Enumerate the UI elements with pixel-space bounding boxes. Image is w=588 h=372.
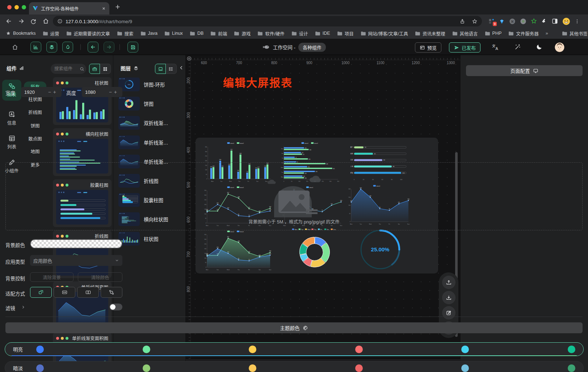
redo-button[interactable]	[104, 42, 114, 53]
new-tab-button[interactable]	[114, 4, 121, 10]
extension-blocks-icon[interactable]: 9	[488, 18, 495, 24]
tab-close-icon[interactable]	[102, 7, 106, 11]
component-card[interactable]: 柱状图	[53, 77, 112, 125]
bookmark-item[interactable]: 设计	[291, 30, 308, 37]
share-icon[interactable]	[459, 18, 465, 24]
browser-tab[interactable]: 工作空间-各种组件	[29, 2, 109, 14]
extension-circle-icon[interactable]	[520, 18, 526, 25]
site-info-icon[interactable]	[57, 18, 63, 24]
stepper-buttons[interactable]: −+	[48, 89, 58, 95]
magic-wand-icon[interactable]	[514, 43, 521, 50]
filter-toggle[interactable]	[109, 304, 122, 310]
bookmark-item[interactable]: 近期需要读的文章	[66, 30, 110, 37]
bookmark-item[interactable]: 游戏	[234, 30, 251, 37]
clear-background-button[interactable]: 清除背景	[30, 272, 74, 282]
extension-star-icon[interactable]	[531, 18, 537, 24]
bookmark-item[interactable]: DB	[190, 30, 203, 37]
edit-button[interactable]	[442, 306, 455, 319]
bookmark-item[interactable]: 软件/硬件	[257, 30, 284, 37]
app-type-select[interactable]: 应用颜色	[30, 255, 122, 266]
bookmark-item[interactable]: Linux	[164, 30, 183, 37]
extensions-puzzle-icon[interactable]	[541, 18, 547, 24]
double-area-line-chart-widget[interactable]: data2data1050100150200250300350MonTueWed…	[201, 229, 273, 272]
component-search[interactable]	[51, 64, 86, 74]
window-minimize-button[interactable]	[14, 5, 19, 9]
window-zoom-button[interactable]	[22, 5, 26, 9]
layer-item[interactable]: 双折线渐…	[118, 116, 168, 130]
filter-module-button[interactable]	[62, 42, 73, 53]
list-view-toggle[interactable]	[166, 64, 177, 74]
pie-donut-chart-widget[interactable]: MonTueWedThuFriSatSun	[280, 227, 350, 272]
other-bookmarks[interactable]: 其他书签	[562, 30, 588, 37]
undo-button[interactable]	[88, 42, 98, 53]
chevron-right-icon[interactable]	[21, 305, 25, 309]
user-avatar[interactable]	[555, 42, 564, 52]
bookmark-item[interactable]: 运营	[43, 30, 59, 37]
single-view-toggle[interactable]	[89, 64, 100, 74]
reload-icon[interactable]	[28, 16, 38, 26]
eye-icon[interactable]	[186, 56, 192, 61]
upload-button[interactable]	[442, 276, 455, 289]
forward-icon[interactable]	[16, 16, 26, 26]
stepper-buttons[interactable]: −+	[109, 89, 119, 95]
fit-width-button[interactable]	[54, 287, 75, 298]
bookmark-item[interactable]: 项目	[337, 30, 354, 37]
bookmark-item[interactable]: 网站/博客/文章/工具	[361, 30, 408, 37]
background-color-swatch[interactable]	[30, 239, 122, 248]
back-icon[interactable]	[4, 16, 14, 26]
category-6[interactable]: 地图	[24, 148, 46, 155]
bookmarks-root[interactable]: Bookmarks	[6, 31, 36, 36]
bookmark-item[interactable]: 搜索	[117, 30, 134, 37]
bookmark-item[interactable]: 前端	[210, 30, 227, 37]
home-icon[interactable]	[41, 16, 51, 26]
collapse-panel-icon[interactable]	[179, 65, 184, 70]
app-home-icon[interactable]	[12, 44, 18, 51]
fit-auto-button[interactable]	[30, 287, 52, 298]
browser-menu-icon[interactable]	[575, 18, 580, 24]
bookmark-item[interactable]: Java	[140, 30, 158, 37]
page-config-header[interactable]: 页面配置	[466, 65, 583, 76]
layer-item[interactable]: 饼图	[118, 97, 154, 110]
window-close-button[interactable]	[7, 5, 12, 9]
layer-item[interactable]: 单折线渐…	[118, 135, 168, 149]
download-button[interactable]	[442, 291, 455, 304]
extension-gem-icon[interactable]	[499, 18, 505, 24]
layer-item[interactable]: 柱状图	[118, 232, 159, 246]
theme-colors-header[interactable]: 主题颜色	[5, 322, 583, 333]
dark-mode-moon-icon[interactable]	[536, 43, 543, 50]
theme-row-2[interactable]: 暗淡	[5, 361, 584, 372]
bookmark-item[interactable]: PHP	[485, 30, 502, 37]
workspace-name-badge[interactable]: 各种组件	[298, 43, 326, 52]
width-input[interactable]: 1920−+	[21, 87, 62, 97]
theme-row-1[interactable]: 明亮	[5, 342, 584, 356]
language-icon[interactable]: 文A	[492, 43, 499, 51]
extension-command-icon[interactable]: ⌘	[509, 18, 516, 25]
bookmark-item[interactable]: 文件服务器	[508, 30, 539, 37]
bookmark-star-icon[interactable]	[472, 18, 478, 24]
url-field[interactable]: 127.0.0.1:3000/#/chart/home/9	[53, 16, 482, 26]
category-5[interactable]: 散点图	[24, 135, 46, 142]
background-upload-dropzone[interactable]: 背景图需小于 5M ，格式为 png/jpg/gif 的文件	[5, 162, 583, 230]
bookmark-item[interactable]: 资讯未整理	[415, 30, 445, 37]
preview-button[interactable]: 预览	[415, 42, 441, 53]
sidebar-tab-2[interactable]: 信息	[2, 111, 21, 126]
clear-color-button[interactable]: 清除颜色	[78, 272, 122, 282]
publish-button[interactable]: 已发布	[449, 42, 480, 53]
height-input[interactable]: 1080−+	[82, 87, 122, 97]
bookmark-item[interactable]: IDE	[315, 30, 330, 37]
save-button[interactable]	[127, 42, 138, 53]
grid-view-toggle[interactable]	[100, 64, 111, 74]
layers-module-button[interactable]	[46, 42, 57, 53]
charts-module-button[interactable]	[30, 42, 41, 53]
search-input[interactable]	[54, 66, 77, 71]
bookmarks-overflow[interactable]: »	[546, 31, 548, 36]
profile-avatar-icon[interactable]	[562, 17, 570, 25]
thumbnail-view-toggle[interactable]	[155, 64, 166, 74]
progress-ring-widget[interactable]: 25.00%	[349, 225, 411, 272]
fit-height-button[interactable]	[77, 287, 99, 298]
canvas-text-widget[interactable]: 编辑大屏报表	[223, 74, 293, 90]
component-card[interactable]: 折线图	[53, 230, 112, 278]
layer-item[interactable]: 70%饼图-环形	[118, 78, 165, 91]
sidebar-tab-3[interactable]: 列表	[2, 135, 21, 150]
fit-stretch-button[interactable]	[101, 287, 122, 298]
